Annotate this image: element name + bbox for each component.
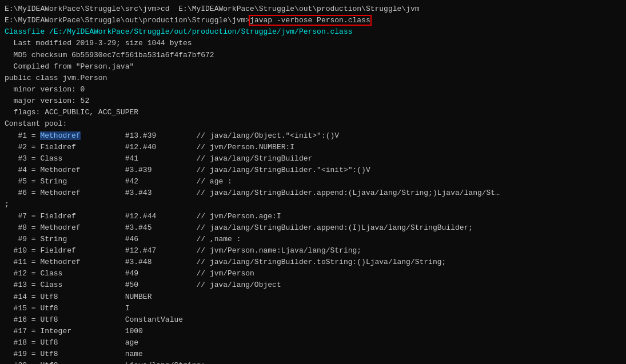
cp-entry-18: #18 = Utf8 age — [5, 337, 621, 349]
cp-entry-2: #2 = Fieldref #12.#40 // jvm/Person.NUMB… — [5, 142, 621, 153]
major-version-line: major version: 52 — [5, 95, 621, 107]
cp-entry-19: #19 = Utf8 name — [5, 349, 621, 360]
cp-entry-9: #9 = String #46 // ,name : — [5, 234, 621, 245]
last-modified-line: Last modified 2019-3-29; size 1044 bytes — [5, 38, 621, 49]
cp-entry-17: #17 = Integer 1000 — [5, 326, 621, 337]
cp-entry-20: #20 = Utf8 Ljava/lang/String; — [5, 360, 621, 364]
classfile-line: Classfile /E:/MyIDEAWorkPace/Struggle/ou… — [5, 26, 621, 38]
cp-entry-3: #3 = Class #41 // java/lang/StringBuilde… — [5, 153, 621, 165]
command-highlight: javap -verbose Person.class — [250, 16, 370, 25]
cp-entry-13: #13 = Class #50 // java/lang/Object — [5, 279, 621, 291]
cp-entry-14: #14 = Utf8 NUMBER — [5, 291, 621, 303]
compiled-from-line: Compiled from "Person.java" — [5, 61, 621, 73]
cp-entry-4: #4 = Methodref #3.#39 // java/lang/Strin… — [5, 165, 621, 176]
semicolon-line: ; — [5, 199, 621, 210]
cp-entry-15: #15 = Utf8 I — [5, 303, 621, 314]
cp-entry-7: #7 = Fieldref #12.#44 // jvm/Person.age:… — [5, 211, 621, 222]
cp-entry-6: #6 = Methodref #3.#43 // java/lang/Strin… — [5, 187, 621, 199]
cp-entry-11: #11 = Methodref #3.#48 // java/lang/Stri… — [5, 257, 621, 268]
md5-line: MD5 checksum 6b55930ec7cf561ba531a6f4fa7… — [5, 50, 621, 61]
constant-pool-header: Constant pool: — [5, 118, 621, 130]
public-class-line: public class jvm.Person — [5, 73, 621, 84]
cp-entry-5: #5 = String #42 // age : — [5, 176, 621, 187]
cp-entry-16: #16 = Utf8 ConstantValue — [5, 314, 621, 326]
cp-entry-12: #12 = Class #49 // jvm/Person — [5, 268, 621, 279]
minor-version-line: minor version: 0 — [5, 84, 621, 95]
cp-entry-1: #1 = Methodref #13.#39 // java/lang/Obje… — [5, 130, 621, 142]
terminal-window: E:\MyIDEAWorkPace\Struggle\src\jvm>cd E:… — [0, 0, 626, 364]
command-line: E:\MyIDEAWorkPace\Struggle\out\productio… — [5, 15, 621, 26]
partial-top-line: E:\MyIDEAWorkPace\Struggle\src\jvm>cd E:… — [5, 3, 621, 15]
cp-entry-8: #8 = Methodref #3.#45 // java/lang/Strin… — [5, 222, 621, 234]
cp-entry-10: #10 = Fieldref #12.#47 // jvm/Person.nam… — [5, 245, 621, 257]
flags-line: flags: ACC_PUBLIC, ACC_SUPER — [5, 107, 621, 118]
methodref-highlight: Methodref — [40, 131, 80, 140]
